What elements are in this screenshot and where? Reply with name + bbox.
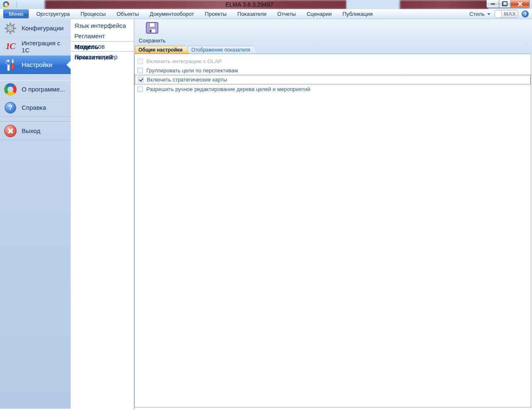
minimize-button[interactable] (486, 0, 499, 8)
app-logo-icon (3, 1, 9, 7)
sidebar-item-label: Выход (22, 127, 40, 134)
close-button[interactable] (510, 0, 530, 8)
minimize-icon (491, 3, 495, 5)
checkbox-row-group-goals[interactable]: Группировать цели по перспективам (135, 66, 531, 75)
menu-item-projects[interactable]: Проекты (200, 9, 232, 19)
window-controls (486, 0, 530, 8)
menu-item-indicators[interactable]: Показатели (232, 9, 272, 19)
restore-button[interactable] (499, 0, 510, 8)
help-icon[interactable]: ? (522, 10, 529, 17)
checkbox-strategic-maps[interactable] (138, 77, 143, 82)
menu-item-menu[interactable]: Меню (3, 10, 29, 18)
1c-icon: 1С (2, 41, 18, 52)
save-button-label: Сохранить (139, 37, 166, 44)
save-floppy-icon (145, 22, 159, 34)
sidebar-item-label: О программе... (22, 86, 65, 93)
about-ring-icon (2, 83, 18, 96)
menu-item-publication[interactable]: Публикация (337, 9, 378, 19)
sidebar-item-label: Настройки (22, 61, 52, 68)
sidebar: Конфигурации 1С Интеграция с 1С Настройк… (0, 19, 71, 409)
sidebar-item-label: Справка (22, 104, 46, 111)
menu-bar: Меню Оргструктура Процессы Объекты Докум… (0, 9, 532, 19)
tab-strip: Общие настройки Отображение показателя (134, 46, 532, 54)
titlebar-blurred-region (45, 0, 347, 9)
style-dropdown-label: Стиль (469, 11, 485, 17)
tab-indicator-display[interactable]: Отображение показателя (188, 46, 257, 54)
gear-icon (2, 22, 18, 35)
titlebar-blurred-region (400, 0, 488, 9)
sidebar-divider (0, 117, 71, 122)
checkbox-manual-tree-editing[interactable] (138, 86, 143, 92)
general-settings-content: Включить интеграцию с OLAP Группировать … (134, 54, 531, 408)
main-panel: Сохранить Общие настройки Отображение по… (134, 19, 532, 410)
submenu-item-interface-language[interactable]: Язык интерфейса (71, 20, 134, 31)
menu-item-docflow[interactable]: Документооборот (144, 9, 200, 19)
sidebar-item-1c-integration[interactable]: 1С Интеграция с 1С (0, 37, 71, 56)
titlebar-blurred-light-region (347, 0, 400, 9)
menu-item-orgstructure[interactable]: Оргструктура (31, 9, 75, 19)
sidebar-item-about[interactable]: О программе... (0, 80, 71, 99)
sidebar-item-label: Конфигурации (22, 25, 64, 32)
checkbox-label: Разрешить ручное редактирование дерева ц… (146, 86, 310, 92)
help-icon: ? (2, 102, 18, 114)
style-dropdown[interactable]: Стиль (468, 11, 491, 17)
max-toggle-blank-segment (495, 10, 502, 17)
window-title: ELMA 3.6.3.29497 (225, 1, 273, 8)
checkbox-group-goals[interactable] (138, 68, 143, 73)
chevron-down-icon (487, 13, 490, 15)
toolbar: Сохранить (134, 19, 532, 46)
max-toggle-label: MAX (502, 10, 518, 17)
save-button[interactable]: Сохранить (138, 20, 167, 45)
menubar-right-controls: Стиль MAX ? (468, 10, 532, 18)
max-toggle-button[interactable]: MAX (495, 10, 518, 18)
restore-icon (502, 2, 507, 6)
submenu-item-process-regulation[interactable]: Регламент процессов (71, 31, 134, 41)
checkbox-olap-integration[interactable] (138, 59, 143, 64)
sidebar-item-configurations[interactable]: Конфигурации (0, 19, 71, 37)
menu-item-reports[interactable]: Отчеты (272, 9, 301, 19)
sidebar-item-label: Интеграция с 1С (22, 40, 68, 54)
checkbox-label: Включить стратегические карты (147, 77, 227, 83)
settings-submenu: Язык интерфейса Регламент процессов Моде… (71, 19, 134, 410)
sidebar-item-help[interactable]: ? Справка (0, 99, 71, 117)
sidebar-item-exit[interactable]: Выход (0, 122, 71, 140)
title-bar: ELMA 3.6.3.29497 (0, 0, 532, 9)
sidebar-spacer (0, 74, 71, 80)
sidebar-filler (0, 140, 71, 409)
submenu-item-proxy-server[interactable]: Прокси-сервер (71, 52, 134, 62)
checkbox-row-manual-tree-editing[interactable]: Разрешить ручное редактирование дерева ц… (135, 84, 531, 94)
exit-icon (2, 125, 18, 137)
checkbox-row-strategic-maps[interactable]: Включить стратегические карты (135, 75, 531, 84)
tools-icon (2, 58, 18, 72)
sidebar-item-settings[interactable]: Настройки (0, 56, 71, 74)
checkbox-label: Включить интеграцию с OLAP (146, 58, 222, 64)
checkbox-row-olap-integration[interactable]: Включить интеграцию с OLAP (135, 57, 531, 66)
close-icon (517, 1, 523, 7)
tab-label: Отображение показателя (191, 47, 250, 53)
menu-item-scenarios[interactable]: Сценарии (301, 9, 337, 19)
tab-label: Общие настройки (138, 47, 182, 53)
menu-item-objects[interactable]: Объекты (111, 9, 144, 19)
titlebar-separator (17, 1, 17, 8)
menu-item-processes[interactable]: Процессы (75, 9, 111, 19)
tab-general-settings[interactable]: Общие настройки (135, 46, 189, 54)
checkbox-label: Группировать цели по перспективам (146, 67, 238, 74)
